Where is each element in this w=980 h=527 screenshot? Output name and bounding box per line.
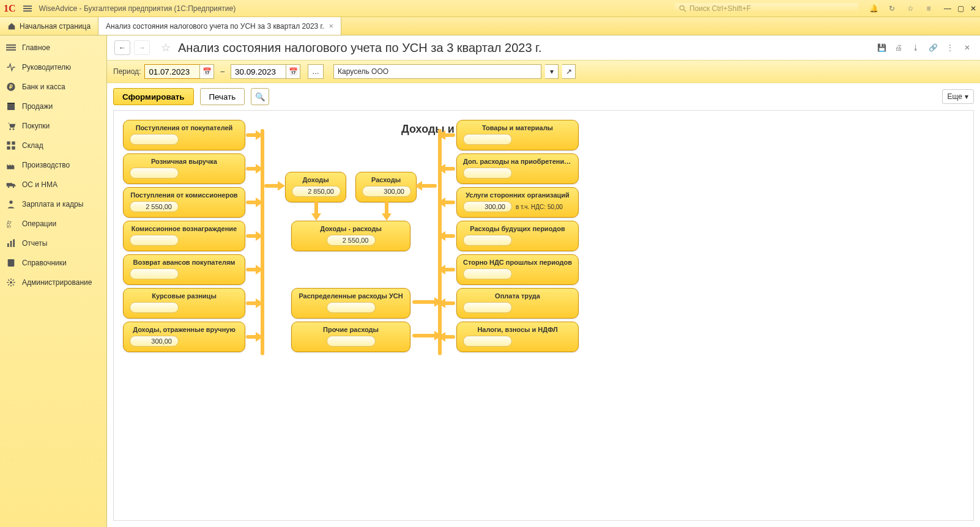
svg-line-1	[684, 9, 686, 12]
hamburger-icon[interactable]	[21, 2, 34, 15]
block-title: Распределенные расходы УСН	[298, 292, 404, 300]
block-other[interactable]: Прочие расходы	[291, 322, 410, 352]
org-input[interactable]: Карусель ООО	[333, 64, 541, 79]
sidebar-item-refs[interactable]: Справочники	[0, 253, 106, 273]
svg-rect-13	[7, 146, 10, 149]
svg-rect-4	[6, 50, 16, 51]
calendar-to-icon[interactable]: 📅	[286, 64, 300, 79]
block-expense[interactable]: Расходы 300,00	[355, 172, 417, 202]
block-right-5[interactable]: Оплата труда	[456, 288, 579, 319]
box-icon	[6, 101, 16, 111]
history-icon[interactable]: ↻	[886, 3, 897, 14]
block-left-4[interactable]: Возврат авансов покупателям	[123, 254, 245, 285]
tab-close-icon[interactable]: ×	[329, 22, 333, 31]
form-button[interactable]: Сформировать	[113, 88, 194, 105]
org-open-icon[interactable]: ↗	[562, 64, 576, 79]
bell-icon[interactable]: 🔔	[868, 3, 879, 14]
global-search[interactable]: Поиск Ctrl+Shift+F	[675, 3, 858, 14]
sidebar-item-operations[interactable]: ДтКтОперации	[0, 214, 106, 234]
svg-rect-22	[10, 241, 12, 247]
print-button[interactable]: Печать	[200, 88, 245, 105]
block-right-3[interactable]: Расходы будущих периодов	[456, 221, 579, 251]
block-title: Налоги, взносы и НДФЛ	[463, 326, 572, 333]
svg-rect-14	[12, 146, 15, 149]
date-to-input[interactable]	[231, 64, 286, 79]
home-icon	[7, 22, 16, 31]
block-left-1[interactable]: Розничная выручка	[123, 153, 245, 184]
sidebar-item-production[interactable]: Производство	[0, 155, 106, 175]
more-button[interactable]: Еще▾	[942, 89, 974, 104]
sidebar-item-reports[interactable]: Отчеты	[0, 234, 106, 253]
date-from-input[interactable]	[144, 64, 199, 79]
action-toolbar: Сформировать Печать 🔍 Еще▾	[107, 83, 980, 110]
preview-button[interactable]: 🔍	[251, 88, 269, 105]
sidebar-item-salary[interactable]: Зарплата и кадры	[0, 194, 106, 214]
block-value	[463, 235, 512, 246]
tab-current[interactable]: Анализ состояния налогового учета по УСН…	[98, 17, 341, 35]
sidebar-item-label: Банк и касса	[22, 83, 65, 91]
export-icon[interactable]: ⭳	[910, 42, 921, 53]
block-right-1[interactable]: Доп. расходы на приобретение ТМЦ	[456, 153, 579, 184]
sidebar-item-admin[interactable]: Администрирование	[0, 273, 106, 292]
block-left-6[interactable]: Доходы, отраженные вручную300,00	[123, 322, 245, 352]
period-picker-button[interactable]: …	[308, 64, 324, 79]
svg-rect-12	[12, 141, 15, 144]
calendar-from-icon[interactable]: 📅	[199, 64, 214, 79]
block-right-2[interactable]: Услуги сторонних организаций300,00в т.ч.…	[456, 187, 579, 218]
arrow-icon	[438, 332, 445, 342]
nav-forward-button[interactable]: →	[134, 40, 150, 55]
minimize-icon[interactable]: —	[944, 4, 951, 13]
org-value: Карусель ООО	[338, 67, 388, 76]
block-title: Товары и материалы	[463, 124, 572, 131]
sidebar-item-bank[interactable]: ₽Банк и касса	[0, 77, 106, 97]
block-title: Поступления от комиссионеров	[130, 191, 239, 199]
connector	[261, 129, 264, 355]
block-diff[interactable]: Доходы - расходы 2 550,00	[291, 221, 410, 251]
nav-back-button[interactable]: ←	[114, 40, 130, 55]
sidebar-item-manager[interactable]: Руководителю	[0, 57, 106, 77]
tab-home[interactable]: Начальная страница	[0, 17, 98, 35]
svg-text:Кт: Кт	[7, 224, 11, 229]
block-value	[463, 168, 512, 179]
sidebar-item-purchases[interactable]: Покупки	[0, 116, 106, 136]
search-icon	[678, 4, 687, 13]
block-left-5[interactable]: Курсовые разницы	[123, 288, 245, 319]
arrow-icon	[438, 197, 445, 207]
block-right-0[interactable]: Товары и материалы	[456, 120, 579, 150]
block-title: Курсовые разницы	[130, 292, 239, 300]
block-title: Поступления от покупателей	[130, 124, 239, 131]
link-icon[interactable]: 🔗	[927, 42, 938, 53]
sidebar-item-sales[interactable]: Продажи	[0, 97, 106, 116]
block-value	[130, 235, 179, 246]
block-left-3[interactable]: Комиссионное вознаграждение	[123, 221, 245, 251]
block-left-0[interactable]: Поступления от покупателей	[123, 120, 245, 150]
block-value	[327, 302, 376, 313]
menu-icon[interactable]: ≡	[923, 3, 934, 14]
svg-point-25	[10, 281, 12, 284]
app-logo: 1C	[4, 3, 16, 14]
favorite-star-icon[interactable]: ☆	[161, 41, 171, 54]
block-value: 2 550,00	[327, 235, 376, 246]
sidebar-item-warehouse[interactable]: Склад	[0, 136, 106, 155]
connector	[412, 334, 437, 337]
close-icon[interactable]: ✕	[970, 4, 976, 13]
org-dropdown-icon[interactable]: ▾	[545, 64, 559, 79]
kebab-icon[interactable]: ⋮	[945, 42, 956, 53]
save-icon[interactable]: 💾	[876, 42, 887, 53]
sidebar-item-os[interactable]: ОС и НМА	[0, 175, 106, 194]
sidebar-item-label: Зарплата и кадры	[22, 200, 83, 208]
print-icon[interactable]: 🖨	[893, 42, 904, 53]
sidebar-item-label: ОС и НМА	[22, 180, 58, 189]
block-right-6[interactable]: Налоги, взносы и НДФЛ	[456, 322, 579, 352]
page-close-icon[interactable]: ✕	[962, 42, 973, 53]
block-right-4[interactable]: Сторно НДС прошлых периодов	[456, 254, 579, 285]
star-icon[interactable]: ☆	[905, 3, 916, 14]
block-income[interactable]: Доходы 2 850,00	[285, 172, 346, 202]
block-left-2[interactable]: Поступления от комиссионеров2 550,00	[123, 187, 245, 218]
sidebar-item-main[interactable]: Главное	[0, 38, 106, 57]
connector	[264, 184, 279, 188]
svg-rect-21	[7, 243, 9, 247]
block-value: 300,00	[362, 186, 411, 197]
maximize-icon[interactable]: ▢	[957, 4, 964, 13]
block-distributed[interactable]: Распределенные расходы УСН	[291, 288, 410, 319]
